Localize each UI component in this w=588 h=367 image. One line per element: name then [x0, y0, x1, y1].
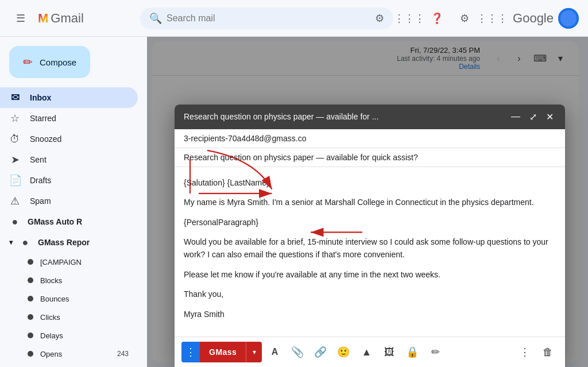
- modal-email-body[interactable]: {Salutation} {LastName}, My name is Myra…: [175, 167, 565, 337]
- tune-icon[interactable]: ⚙: [375, 12, 384, 25]
- sidebar-item-label: Spam: [30, 196, 129, 206]
- gmass-report-section[interactable]: ▾ ● GMass Repor: [0, 232, 147, 253]
- discard-button[interactable]: 🗑: [537, 342, 558, 362]
- bounces-label: Bounces: [40, 295, 69, 303]
- gmass-dropdown-button[interactable]: ▾: [246, 342, 262, 362]
- spam-icon: ⚠: [9, 195, 21, 207]
- modal-header[interactable]: Research question on physics paper — ava…: [175, 105, 565, 129]
- sidebar-item-delays[interactable]: Delays: [0, 326, 138, 345]
- sidebar-item-inbox[interactable]: ✉ Inbox: [0, 87, 138, 108]
- gmass-report-label: GMass Repor: [38, 238, 90, 247]
- pen-icon: ✏: [431, 346, 440, 358]
- gmass-button-group: ⋮ GMass ▾: [181, 342, 262, 362]
- sidebar-item-campaign[interactable]: [CAMPAIGN: [0, 253, 138, 271]
- svg-rect-1: [560, 10, 577, 26]
- modal-title: Research question on physics paper — ava…: [184, 112, 378, 121]
- modal-body: 3-recipients-70a4d48d@gmass.co Research …: [175, 129, 565, 337]
- folder-dot-icon: [28, 277, 33, 283]
- compose-label: Compose: [40, 57, 76, 67]
- image-button[interactable]: 🖼: [379, 342, 400, 362]
- send-icon: ➤: [9, 153, 21, 166]
- more-options-button[interactable]: ⋮: [514, 342, 535, 362]
- sidebar-item-drafts[interactable]: 📄 Drafts: [0, 170, 138, 191]
- gmass-auto-section[interactable]: ● GMass Auto R: [0, 211, 147, 232]
- image-icon: 🖼: [384, 346, 394, 358]
- gmass-settings-button[interactable]: ⋮: [181, 342, 200, 362]
- search-icon: 🔍: [149, 12, 162, 25]
- folder-dot-icon: [28, 259, 33, 265]
- close-modal-button[interactable]: ✕: [544, 110, 556, 123]
- main-layout: ✏ Compose ✉ Inbox ☆ Starred ⏱ Snoozed ➤ …: [0, 37, 588, 367]
- to-address[interactable]: 3-recipients-70a4d48d@gmass.co: [184, 134, 556, 143]
- sidebar-item-snoozed[interactable]: ⏱ Snoozed: [0, 129, 138, 149]
- clicks-label: Clicks: [40, 313, 60, 322]
- sidebar-item-label: Snoozed: [30, 134, 129, 144]
- opens-count: 243: [117, 350, 129, 358]
- more-vertical-icon: ⋮: [520, 346, 530, 358]
- attach-button[interactable]: 📎: [287, 342, 308, 362]
- gmass-send-button[interactable]: GMass: [200, 342, 246, 362]
- gmass-auto-label: GMass Auto R: [28, 217, 82, 226]
- expand-button[interactable]: ⤢: [527, 110, 539, 123]
- sidebar-item-bounces[interactable]: Bounces: [0, 289, 138, 308]
- folder-dot-icon: [28, 351, 33, 357]
- sidebar-item-blocks[interactable]: Blocks: [0, 271, 138, 289]
- sidebar: ✏ Compose ✉ Inbox ☆ Starred ⏱ Snoozed ➤ …: [0, 37, 147, 367]
- sidebar-item-sent[interactable]: ➤ Sent: [0, 149, 138, 170]
- snooze-icon: ⏱: [9, 133, 21, 145]
- hamburger-menu-button[interactable]: ☰: [9, 7, 32, 30]
- folder-dot-icon: [28, 296, 33, 302]
- signature-line: Myra Smith: [184, 308, 556, 320]
- gmail-m-icon: M: [38, 11, 48, 26]
- grid-button[interactable]: ⋮⋮⋮: [481, 7, 504, 30]
- blocks-label: Blocks: [40, 276, 62, 285]
- settings-button[interactable]: ⚙: [453, 7, 476, 30]
- sidebar-item-label: Drafts: [30, 176, 129, 185]
- compose-button[interactable]: ✏ Compose: [9, 46, 90, 78]
- lock-button[interactable]: 🔒: [402, 342, 423, 362]
- thanks-line: Thank you,: [184, 288, 556, 300]
- minimize-button[interactable]: —: [509, 110, 523, 123]
- folder-icon: ●: [9, 216, 21, 228]
- drive-button[interactable]: ▲: [356, 342, 377, 362]
- emoji-icon: 🙂: [337, 346, 350, 358]
- interview-line: Would you be available for a brief, 15-m…: [184, 235, 556, 261]
- delays-label: Delays: [40, 331, 63, 340]
- sidebar-item-clicks[interactable]: Clicks: [0, 308, 138, 326]
- link-icon: 🔗: [314, 346, 327, 358]
- format-text-button[interactable]: A: [264, 342, 285, 362]
- sidebar-item-starred[interactable]: ☆ Starred: [0, 108, 138, 129]
- gmail-logo: M Gmail: [38, 11, 84, 26]
- intro-line: My name is Myra Smith. I'm a senior at M…: [184, 196, 556, 208]
- sidebar-item-label: Inbox: [30, 93, 129, 102]
- apps-button[interactable]: ⋮⋮⋮: [398, 7, 421, 30]
- lock-icon: 🔒: [406, 346, 419, 358]
- sidebar-item-label: Starred: [30, 114, 129, 123]
- content-area: Fri, 7/29/22, 3:45 PM Last activity: 4 m…: [147, 37, 588, 367]
- sidebar-item-opens[interactable]: Opens 243: [0, 345, 138, 363]
- format-text-icon: A: [272, 347, 278, 357]
- salutation-line: {Salutation} {LastName},: [184, 176, 556, 189]
- inbox-icon: ✉: [9, 91, 21, 104]
- personal-paragraph-line: {PersonalParagraph}: [184, 216, 556, 229]
- availability-line: Please let me know if you're available a…: [184, 268, 556, 281]
- opens-label: Opens: [40, 350, 62, 358]
- star-icon: ☆: [9, 112, 21, 125]
- search-input[interactable]: [167, 13, 370, 24]
- folder-icon: ●: [20, 237, 31, 249]
- trash-icon: 🗑: [543, 346, 553, 358]
- modal-to-field: 3-recipients-70a4d48d@gmass.co: [175, 129, 565, 148]
- signature-button[interactable]: ✏: [425, 342, 446, 362]
- help-button[interactable]: ❓: [425, 7, 448, 30]
- sidebar-item-spam[interactable]: ⚠ Spam: [0, 191, 138, 211]
- link-button[interactable]: 🔗: [310, 342, 331, 362]
- folder-dot-icon: [28, 314, 33, 320]
- search-bar: 🔍 ⚙: [140, 7, 393, 29]
- subject-text[interactable]: Research question on physics paper — ava…: [184, 153, 556, 162]
- header-icons: ⋮⋮⋮ ❓ ⚙ ⋮⋮⋮ Google: [398, 7, 579, 30]
- sidebar-item-label: Sent: [30, 155, 129, 164]
- avatar[interactable]: [558, 8, 579, 29]
- pencil-icon: ✏: [23, 55, 33, 69]
- attach-icon: 📎: [291, 346, 304, 358]
- emoji-button[interactable]: 🙂: [333, 342, 354, 362]
